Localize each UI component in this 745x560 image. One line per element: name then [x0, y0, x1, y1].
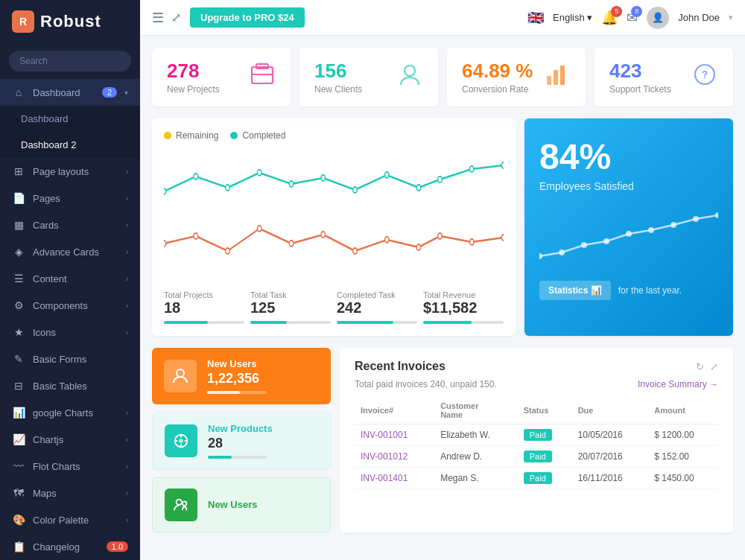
- topbar-left: ☰ ⤢: [152, 10, 181, 26]
- search-input[interactable]: [9, 51, 131, 71]
- sidebar-item-maps[interactable]: 🗺 Maps ›: [0, 480, 140, 506]
- sidebar-item-cards[interactable]: ▦ Cards ›: [0, 211, 140, 238]
- invoice-amount: $ 152.00: [648, 446, 718, 468]
- messages-icon[interactable]: ✉ 8: [627, 10, 638, 26]
- chart-stat-fill: [164, 321, 208, 324]
- stat-label: Conversion Rate: [462, 84, 533, 95]
- sidebar-item-color-palette[interactable]: 🎨 Color Palette ›: [0, 506, 140, 533]
- chevron-right-icon: ›: [126, 409, 128, 417]
- svg-point-20: [501, 162, 504, 168]
- sidebar-item-page-layouts[interactable]: ⊞ Page layouts ›: [0, 158, 140, 185]
- chartjs-icon: 📈: [12, 433, 25, 445]
- col-customer: CustomerName: [434, 397, 518, 424]
- sub-label: Dashboard: [21, 113, 128, 124]
- hamburger-icon[interactable]: ☰: [152, 10, 164, 26]
- stat-info: 278 New Projects: [167, 60, 220, 95]
- chevron-right-icon: ›: [126, 328, 128, 337]
- line-chart: [164, 147, 504, 281]
- sidebar-item-label: Components: [33, 300, 118, 311]
- topbar-right: 🇬🇧 English ▾ 🔔 5 ✉ 8 👤 John Doe ▾: [527, 7, 733, 29]
- legend-label: Completed: [242, 130, 285, 141]
- stat-info: 156 New Clients: [314, 60, 362, 95]
- svg-point-44: [179, 439, 183, 443]
- svg-point-17: [416, 185, 421, 191]
- statistics-button[interactable]: Statistics 📊: [539, 281, 611, 300]
- sidebar-item-label: Advance Cards: [33, 246, 118, 258]
- new-users-info: New Users 1,22,356: [207, 358, 267, 394]
- sidebar-sub-item-dashboard[interactable]: Dashboard: [0, 106, 140, 132]
- main-area: ☰ ⤢ Upgrade to PRO $24 🇬🇧 English ▾ 🔔 5 …: [140, 0, 745, 560]
- legend-completed: Completed: [230, 130, 285, 141]
- sidebar-item-basic-forms[interactable]: ✎ Basic Forms: [0, 346, 140, 372]
- upgrade-button[interactable]: Upgrade to PRO $24: [190, 7, 305, 28]
- expand-icon[interactable]: ⤢: [710, 361, 718, 372]
- invoice-link[interactable]: INV-001012: [361, 451, 408, 462]
- chart-stat-bar: [250, 321, 331, 324]
- notification-bell[interactable]: 🔔 5: [601, 10, 618, 26]
- new-users2-info: New Users: [208, 499, 257, 512]
- svg-point-42: [177, 369, 184, 377]
- invoice-link[interactable]: INV-001001: [361, 430, 408, 440]
- invoice-status: Paid: [518, 446, 572, 468]
- chart-stat-completed: Completed Task 242: [337, 290, 417, 324]
- refresh-icon[interactable]: ↻: [696, 361, 704, 372]
- sidebar-item-flot-charts[interactable]: 〰 Flot Charts ›: [0, 453, 140, 480]
- stat-card-new-clients: 156 New Clients: [299, 48, 438, 106]
- new-users-bar-fill: [207, 391, 240, 394]
- layout-icon: ⊞: [12, 165, 25, 177]
- logo-text: Robust: [40, 12, 101, 31]
- sidebar-item-basic-tables[interactable]: ⊟ Basic Tables: [0, 372, 140, 399]
- sidebar-item-advance-cards[interactable]: ◈ Advance Cards ›: [0, 238, 140, 265]
- sidebar-item-pages[interactable]: 📄 Pages ›: [0, 185, 140, 211]
- svg-point-28: [384, 237, 389, 243]
- components-icon: ⚙: [12, 299, 25, 311]
- svg-point-30: [438, 233, 443, 239]
- invoice-table: Invoice# CustomerName Status Due Amount …: [355, 397, 718, 489]
- messages-badge: 8: [631, 6, 642, 17]
- sidebar-item-content[interactable]: ☰ Content ›: [0, 265, 140, 292]
- small-cards-column: New Users 1,22,356: [152, 348, 331, 532]
- invoice-summary-link[interactable]: Invoice Summary →: [638, 379, 718, 389]
- lang-flag-icon: 🇬🇧: [527, 10, 544, 26]
- sidebar-item-components[interactable]: ⚙ Components ›: [0, 292, 140, 319]
- svg-rect-4: [547, 76, 551, 85]
- chart-stat-value: $11,582: [423, 299, 504, 316]
- chart-stat-projects: Total Projects 18: [164, 290, 244, 324]
- expand-icon[interactable]: ⤢: [171, 10, 181, 25]
- sidebar: R Robust ⌂ Dashboard 2 ▾ Dashboard Dashb…: [0, 0, 140, 560]
- lang-selector[interactable]: English ▾: [553, 12, 592, 23]
- invoice-table-body: INV-001001 Elizabeth W. Paid 10/05/2016 …: [355, 424, 718, 489]
- svg-point-40: [693, 216, 699, 222]
- sidebar-item-dashboard[interactable]: ⌂ Dashboard 2 ▾: [0, 79, 140, 106]
- blue-card-bottom: Statistics 📊 for the last year.: [539, 281, 718, 300]
- chart-stat-label: Total Task: [250, 290, 331, 299]
- sidebar-item-icons[interactable]: ★ Icons ›: [0, 319, 140, 346]
- sidebar-sub-item-dashboard2[interactable]: Dashboard 2: [0, 132, 140, 158]
- status-badge: Paid: [524, 451, 552, 462]
- svg-point-29: [416, 244, 421, 250]
- sidebar-sub-dashboard: Dashboard Dashboard 2: [0, 106, 140, 158]
- svg-point-10: [194, 174, 198, 179]
- avatar: 👤: [647, 7, 669, 29]
- stats-row: 278 New Projects 156 New Clients: [152, 48, 733, 106]
- small-card-new-users-2: New Users: [152, 477, 331, 532]
- invoice-link[interactable]: INV-001401: [361, 473, 408, 483]
- palette-icon: 🎨: [12, 514, 25, 526]
- chart-stats: Total Projects 18 Total Task 125: [164, 290, 504, 324]
- cards-icon: ▦: [12, 219, 25, 231]
- svg-point-11: [226, 185, 230, 191]
- chevron-right-icon: ›: [126, 194, 128, 203]
- sidebar-item-chartjs[interactable]: 📈 Chartjs ›: [0, 426, 140, 453]
- blue-chart-svg: [539, 204, 718, 264]
- sidebar-item-google-charts[interactable]: 📊 google Charts ›: [0, 399, 140, 426]
- chart-stat-value: 242: [337, 299, 417, 316]
- blue-card-chart: [539, 204, 718, 266]
- sidebar-item-label: Color Palette: [33, 515, 118, 526]
- legend-label: Remaining: [176, 130, 218, 141]
- advance-cards-icon: ◈: [12, 246, 25, 258]
- user-dropdown-icon[interactable]: ▾: [729, 13, 733, 22]
- support-icon: ?: [691, 61, 718, 93]
- chart-legend: Remaining Completed: [164, 130, 504, 141]
- user-name[interactable]: John Doe: [678, 12, 720, 23]
- sidebar-item-changelog[interactable]: 📋 Changelog 1.0: [0, 533, 140, 560]
